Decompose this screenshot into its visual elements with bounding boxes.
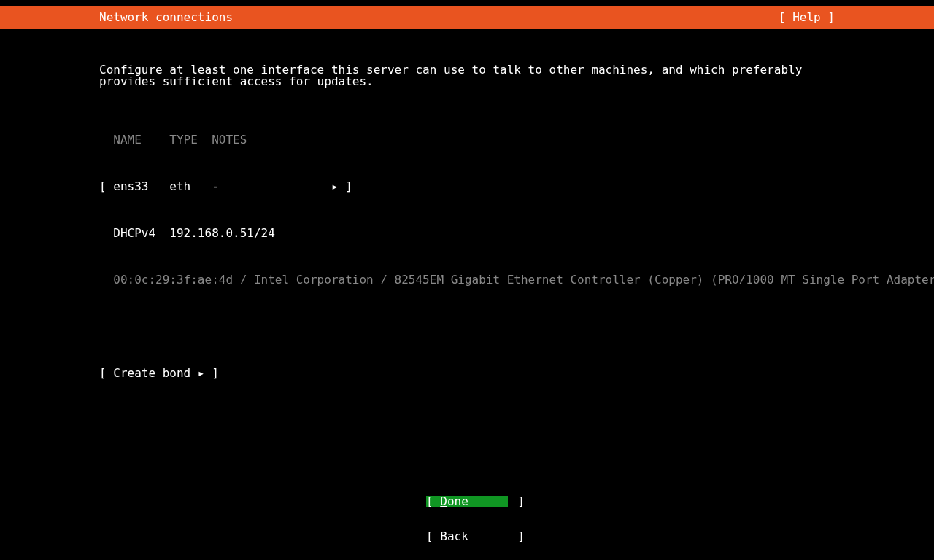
row-bracket-open: [ — [99, 179, 113, 193]
iface-address: 192.168.0.51/24 — [169, 226, 275, 240]
create-bond-label: [ Create bond ▸ ] — [99, 366, 219, 380]
interface-row[interactable]: [ ens33 eth - ▸ ] — [99, 181, 835, 192]
content-area: Configure at least one interface this se… — [0, 29, 934, 391]
iface-name: ens33 — [113, 179, 148, 193]
done-button[interactable]: [ Done ] — [426, 496, 508, 508]
iface-notes: - — [212, 179, 219, 193]
done-bracket: [ — [426, 494, 440, 508]
interface-hardware-row: 00:0c:29:3f:ae:4d / Intel Corporation / … — [99, 274, 835, 286]
interface-table-header: NAME TYPE NOTES — [99, 134, 835, 146]
triangle-right-icon: ▸ — [331, 179, 339, 193]
iface-method: DHCPv4 — [113, 226, 155, 240]
iface-type: eth — [169, 179, 190, 193]
col-name: NAME — [113, 133, 142, 147]
col-type: TYPE — [169, 133, 198, 147]
page-title: Network connections — [99, 12, 233, 23]
done-hotkey: D — [440, 494, 447, 508]
back-button[interactable]: [ Back ] — [426, 531, 508, 542]
col-notes: NOTES — [212, 133, 247, 147]
instruction-text: Configure at least one interface this se… — [99, 64, 835, 88]
top-black-bar — [0, 0, 934, 6]
header-bar: Network connections [ Help ] — [0, 6, 934, 29]
interface-address-row: DHCPv4 192.168.0.51/24 — [99, 228, 835, 239]
create-bond-button[interactable]: [ Create bond ▸ ] — [99, 368, 835, 379]
spacer — [99, 321, 835, 332]
help-button[interactable]: [ Help ] — [779, 12, 835, 23]
footer-buttons: [ Done ] [ Back ] — [0, 472, 934, 554]
done-rest: one ] — [447, 494, 525, 508]
iface-hardware: 00:0c:29:3f:ae:4d / Intel Corporation / … — [113, 273, 934, 287]
row-bracket-close: ] — [339, 179, 352, 193]
